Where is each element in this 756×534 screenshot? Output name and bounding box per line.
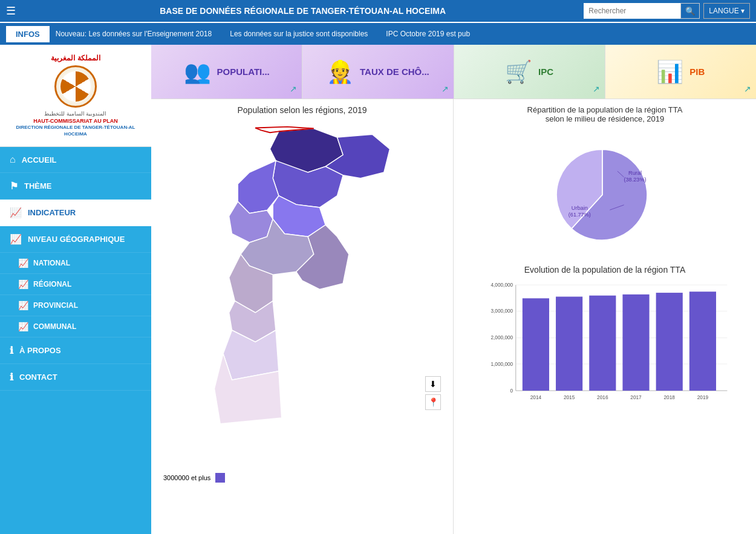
svg-text:2017: 2017 — [630, 395, 642, 400]
info-card-population[interactable]: 👥 POPULATI... ↗ — [151, 45, 302, 99]
search-bar: 🔍 LANGUE ▾ — [584, 3, 750, 19]
home-icon: ⌂ — [10, 154, 16, 165]
bar-title: Evolution de la population de la région … — [460, 265, 750, 275]
svg-text:Rural: Rural — [628, 170, 642, 176]
logo-subtitle1: المندوبية السامية للتخطيط — [9, 111, 142, 118]
pie-title: Répartition de la population de la régio… — [460, 105, 750, 123]
chart-right: Répartition de la population de la régio… — [454, 99, 756, 534]
charts-area: Population selon les régions, 2019 — [151, 99, 756, 534]
sidebar-nav: ⌂ ACCUEIL ⚑ THÈME 📈 INDICATEUR 📈 NIVEAU … — [0, 147, 151, 534]
sidebar-label-accueil: ACCUEIL — [22, 155, 57, 164]
bar-2014 — [523, 298, 549, 391]
niveau-icon: 📈 — [10, 233, 22, 245]
bar-2018 — [656, 293, 683, 391]
sidebar-item-contact[interactable]: ℹ CONTACT — [0, 364, 151, 391]
legend-label: 3000000 et plus — [163, 474, 210, 481]
map-legend: 3000000 et plus — [157, 473, 447, 483]
info-cards: 👥 POPULATI... ↗ 👷 TAUX DE CHÔ... ↗ 🛒 IPC… — [151, 45, 756, 99]
sidebar-label-apropos: À PROPOS — [19, 346, 61, 355]
download-button[interactable]: ⬇ — [425, 376, 441, 392]
sidebar-label-regional: RÉGIONAL — [33, 280, 71, 288]
info-card-pib[interactable]: 📊 PIB ↗ — [605, 45, 756, 99]
sidebar-label-niveau: NIVEAU GÉOGRAPHIQUE — [28, 235, 125, 244]
map-title: Population selon les régions, 2019 — [157, 105, 447, 115]
top-bar: ☰ BASE DE DONNÉES RÉGIONALE DE TANGER-TÉ… — [0, 0, 756, 22]
sidebar-item-communal[interactable]: 📈 COMMUNAL — [0, 316, 151, 337]
ticker-item-3: IPC Octobre 2019 est pub — [386, 30, 470, 38]
chomage-ext-icon[interactable]: ↗ — [442, 84, 449, 94]
indicateur-icon: 📈 — [10, 207, 22, 218]
nav-ticker: Nouveau: Les données sur l'Enseignement … — [56, 30, 750, 38]
bar-2016 — [589, 296, 616, 391]
bar-chart: 4,000,000 3,000,000 2,000,000 1,000,000 … — [466, 279, 744, 418]
search-button[interactable]: 🔍 — [680, 3, 700, 19]
morocco-map — [157, 120, 447, 471]
communal-icon: 📈 — [18, 322, 28, 331]
nav-infos-button[interactable]: INFOS — [6, 26, 50, 42]
sidebar-label-indicateur: INDICATEUR — [28, 208, 76, 217]
sidebar-item-niveau[interactable]: 📈 NIVEAU GÉOGRAPHIQUE — [0, 226, 151, 253]
chomage-icon: 👷 — [327, 59, 354, 85]
bar-2015 — [556, 297, 582, 391]
regional-icon: 📈 — [18, 279, 28, 289]
provincial-icon: 📈 — [18, 301, 28, 310]
sidebar-item-indicateur[interactable]: 📈 INDICATEUR — [0, 200, 151, 226]
bar-2017 — [622, 295, 649, 391]
pie-chart: Urbain (61.77%) Rural (38.23%) — [529, 126, 680, 259]
logo-arabic: المملكة المغربية — [9, 54, 142, 62]
map-container: ⬇ 📍 — [157, 120, 447, 471]
sidebar-label-contact: CONTACT — [19, 373, 57, 382]
bar-chart-container: 4,000,000 3,000,000 2,000,000 1,000,000 … — [460, 279, 750, 421]
national-icon: 📈 — [18, 258, 28, 268]
apropos-icon: ℹ — [10, 345, 13, 356]
chomage-label: TAUX DE CHÔ... — [360, 67, 429, 77]
sidebar-label-theme: THÈME — [24, 181, 52, 190]
sidebar: المملكة المغربية المندوبية السامية للتخط… — [0, 45, 151, 534]
ticker-item-2: Les données sur la justice sont disponib… — [230, 30, 368, 38]
pie-container: Urbain (61.77%) Rural (38.23%) — [460, 126, 750, 259]
sidebar-item-provincial[interactable]: 📈 PROVINCIAL — [0, 295, 151, 316]
logo-subtitle2: HAUT-COMMISSARIAT AU PLAN — [9, 118, 142, 125]
hamburger-icon[interactable]: ☰ — [6, 4, 16, 18]
legend-color — [215, 473, 225, 483]
logo-region: DIRECTION RÉGIONALE DE TANGER-TÉTOUAN-AL… — [9, 125, 142, 137]
pib-ext-icon[interactable]: ↗ — [744, 84, 751, 94]
page-title: BASE DE DONNÉES RÉGIONALE DE TANGER-TÉTO… — [22, 6, 584, 16]
sidebar-label-communal: COMMUNAL — [33, 322, 76, 331]
info-card-chomage[interactable]: 👷 TAUX DE CHÔ... ↗ — [302, 45, 454, 99]
theme-icon: ⚑ — [10, 180, 18, 192]
svg-text:2015: 2015 — [564, 395, 575, 400]
map-controls: ⬇ 📍 — [425, 376, 441, 410]
logo-area: المملكة المغربية المندوبية السامية للتخط… — [0, 45, 151, 147]
ipc-label: IPC — [538, 67, 553, 77]
population-label: POPULATI... — [217, 67, 270, 77]
main-layout: المملكة المغربية المندوبية السامية للتخط… — [0, 45, 756, 534]
pib-icon: 📊 — [656, 59, 683, 85]
sidebar-item-regional[interactable]: 📈 RÉGIONAL — [0, 274, 151, 295]
population-ext-icon[interactable]: ↗ — [290, 84, 297, 94]
ticker-item-1: Nouveau: Les données sur l'Enseignement … — [56, 30, 212, 38]
sidebar-item-theme[interactable]: ⚑ THÈME — [0, 173, 151, 200]
sidebar-label-provincial: PROVINCIAL — [33, 301, 78, 310]
svg-text:(38.23%): (38.23%) — [624, 177, 646, 183]
ipc-ext-icon[interactable]: ↗ — [593, 84, 600, 94]
sidebar-item-national[interactable]: 📈 NATIONAL — [0, 253, 151, 274]
chart-left: Population selon les régions, 2019 — [151, 99, 454, 534]
content-area: 👥 POPULATI... ↗ 👷 TAUX DE CHÔ... ↗ 🛒 IPC… — [151, 45, 756, 534]
langue-button[interactable]: LANGUE ▾ — [703, 3, 750, 19]
logo-subtitle: المندوبية السامية للتخطيط HAUT-COMMISSAR… — [9, 111, 142, 137]
map-pin-button[interactable]: 📍 — [425, 394, 441, 410]
pib-label: PIB — [689, 67, 705, 77]
search-input[interactable] — [584, 3, 680, 19]
svg-text:3,000,000: 3,000,000 — [490, 308, 513, 314]
svg-text:2014: 2014 — [530, 395, 542, 400]
sidebar-item-accueil[interactable]: ⌂ ACCUEIL — [0, 147, 151, 173]
sidebar-item-apropos[interactable]: ℹ À PROPOS — [0, 337, 151, 364]
info-card-ipc[interactable]: 🛒 IPC ↗ — [454, 45, 605, 99]
svg-text:2,000,000: 2,000,000 — [490, 335, 513, 340]
svg-text:2019: 2019 — [697, 395, 709, 400]
svg-text:0: 0 — [510, 388, 513, 394]
svg-text:1,000,000: 1,000,000 — [490, 362, 513, 367]
logo-inner — [60, 71, 91, 102]
svg-text:2016: 2016 — [597, 395, 608, 400]
